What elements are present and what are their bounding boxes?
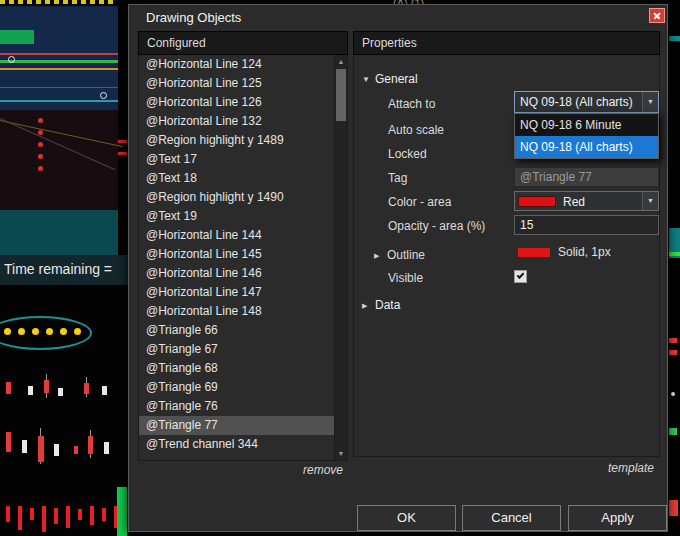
list-item[interactable]: @Horizontal Line 148 <box>139 302 347 321</box>
chart-fragment <box>4 328 11 335</box>
scroll-down-icon[interactable]: ▼ <box>335 447 347 460</box>
chart-fragment <box>0 60 118 63</box>
chart-fragment <box>30 508 34 520</box>
color-area-select[interactable]: Red ▼ <box>514 191 659 211</box>
list-item[interactable]: @Region highlight y 1490 <box>139 188 347 207</box>
chart-fragment <box>117 487 127 536</box>
chevron-down-icon[interactable]: ▼ <box>642 192 658 210</box>
chart-fragment <box>54 444 59 456</box>
scroll-up-icon[interactable]: ▲ <box>335 55 347 68</box>
list-item[interactable]: @Triangle 68 <box>139 359 347 378</box>
auto-scale-label: Auto scale <box>388 123 444 137</box>
attach-to-dropdown: NQ 09-18 6 Minute NQ 09-18 (All charts) <box>514 113 659 159</box>
chart-fragment <box>28 386 33 395</box>
dropdown-option[interactable]: NQ 09-18 6 Minute <box>515 114 658 136</box>
list-item[interactable]: @Triangle 69 <box>139 378 347 397</box>
configured-panel: Configured @Horizontal Line 124 @Horizon… <box>138 31 348 487</box>
chart-fragment <box>0 87 118 88</box>
list-item[interactable]: @Horizontal Line 125 <box>139 74 347 93</box>
list-item[interactable]: @Triangle 66 <box>139 321 347 340</box>
chart-fragment <box>102 508 106 521</box>
template-link[interactable]: template <box>608 461 654 475</box>
properties-panel: Properties ▼General Attach to NQ 09-18 (… <box>353 31 660 487</box>
chevron-right-icon: ▶ <box>362 302 375 310</box>
chart-fragment <box>74 328 81 335</box>
cancel-button[interactable]: Cancel <box>462 505 561 531</box>
section-general-label: General <box>375 72 418 86</box>
chart-fragment <box>100 92 107 99</box>
color-area-label: Color - area <box>388 195 451 209</box>
chart-fragment <box>38 154 43 159</box>
visible-checkbox[interactable] <box>514 270 527 283</box>
chart-fragment <box>669 428 677 435</box>
chart-fragment <box>6 506 10 522</box>
section-data[interactable]: ▶Data <box>362 295 400 311</box>
list-item[interactable]: @Trend channel 344 <box>139 435 347 454</box>
list-item[interactable]: @Horizontal Line 147 <box>139 283 347 302</box>
close-button[interactable] <box>649 8 665 23</box>
chart-fragment <box>0 53 118 55</box>
list-item[interactable]: @Triangle 67 <box>139 340 347 359</box>
chart-fragment <box>104 442 109 454</box>
chart-fragment <box>90 506 94 525</box>
section-data-label: Data <box>375 298 400 312</box>
section-outline[interactable]: ▶Outline <box>374 245 425 261</box>
apply-button[interactable]: Apply <box>568 505 667 531</box>
list-item[interactable]: @Horizontal Line 124 <box>139 55 347 74</box>
chart-fragment <box>118 152 127 155</box>
chart-fragment <box>0 68 118 70</box>
locked-label: Locked <box>388 147 427 161</box>
outline-color-swatch <box>518 248 550 257</box>
tag-label: Tag <box>388 171 407 185</box>
configured-header-label: Configured <box>147 36 206 50</box>
chart-fragment <box>18 328 25 335</box>
chart-fragment <box>0 30 34 44</box>
list-item[interactable]: @Text 17 <box>139 150 347 169</box>
chart-fragment <box>8 56 15 63</box>
list-item-selected[interactable]: @Triangle 77 <box>139 416 347 435</box>
chart-fragment <box>669 36 680 41</box>
chart-fragment <box>78 509 82 520</box>
dropdown-option-selected[interactable]: NQ 09-18 (All charts) <box>515 136 658 158</box>
list-item[interactable]: @Triangle 76 <box>139 397 347 416</box>
chart-fragment <box>66 506 70 528</box>
attach-to-value: NQ 09-18 (All charts) <box>520 92 641 112</box>
list-item[interactable]: @Text 19 <box>139 207 347 226</box>
chart-fragment <box>38 130 43 135</box>
chart-fragment <box>6 382 11 394</box>
tag-input[interactable]: @Triangle 77 <box>514 167 659 187</box>
list-item[interactable]: @Horizontal Line 126 <box>139 93 347 112</box>
chart-fragment <box>38 166 43 171</box>
chart-fragment <box>46 328 53 335</box>
opacity-input[interactable]: 15 <box>514 215 659 235</box>
chart-fragment <box>118 140 127 143</box>
properties-header-label: Properties <box>362 36 417 50</box>
list-item[interactable]: @Horizontal Line 145 <box>139 245 347 264</box>
chart-fragment <box>88 436 93 454</box>
chevron-down-icon[interactable]: ▼ <box>642 92 658 112</box>
drawing-objects-dialog: Drawing Objects Configured @Horizontal L… <box>128 4 668 532</box>
chart-fragment <box>54 508 58 524</box>
list-item[interactable]: @Horizontal Line 132 <box>139 112 347 131</box>
chart-fragment <box>58 388 63 396</box>
list-item[interactable]: @Region highlight y 1489 <box>139 131 347 150</box>
scrollbar[interactable]: ▲ ▼ <box>334 55 347 460</box>
chart-fragment <box>38 436 44 462</box>
attach-to-label: Attach to <box>388 97 435 111</box>
chart-fragment <box>0 100 118 102</box>
section-general[interactable]: ▼General <box>362 69 418 85</box>
dialog-title: Drawing Objects <box>146 10 241 25</box>
list-item[interactable]: @Text 18 <box>139 169 347 188</box>
remove-link[interactable]: remove <box>303 463 343 477</box>
attach-to-select[interactable]: NQ 09-18 (All charts) ▼ <box>514 91 659 113</box>
chart-fragment <box>0 0 116 4</box>
screen: Time remaining = (A) (1) Drawing Objects <box>0 0 680 536</box>
scrollbar-thumb[interactable] <box>336 69 346 121</box>
list-item[interactable]: @Horizontal Line 144 <box>139 226 347 245</box>
ok-button[interactable]: OK <box>357 505 456 531</box>
configured-list: @Horizontal Line 124 @Horizontal Line 12… <box>138 55 348 461</box>
list-item[interactable]: @Horizontal Line 146 <box>139 264 347 283</box>
visible-label: Visible <box>388 271 423 285</box>
chart-fragment <box>38 142 43 147</box>
chart-fragment <box>84 383 89 394</box>
